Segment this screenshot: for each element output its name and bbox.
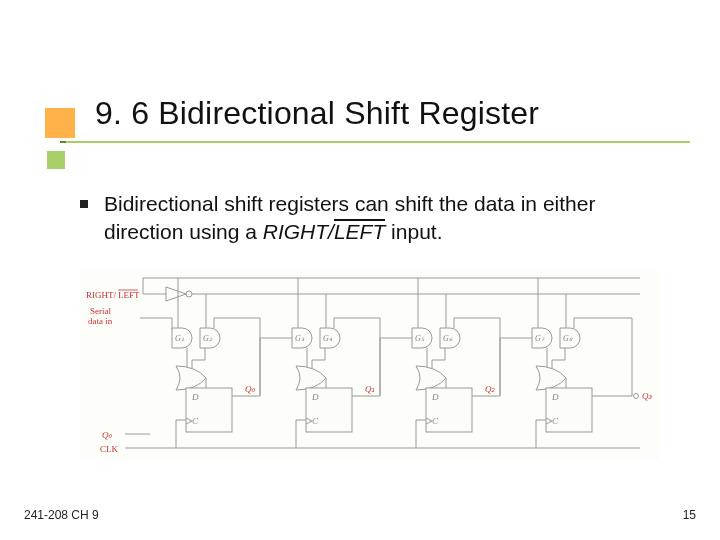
svg-point-6 bbox=[634, 394, 639, 399]
decor-square-orange bbox=[45, 108, 75, 138]
gate-g5: G₅ bbox=[415, 334, 425, 343]
signal-left-overline: LEFT bbox=[334, 220, 385, 243]
label-right: RIGHT/ bbox=[86, 290, 116, 300]
stage-1: G₁ G₂ D C Q₀ bbox=[172, 278, 260, 448]
title-underline-accent bbox=[60, 141, 66, 143]
gate-g2: G₂ bbox=[203, 334, 213, 343]
gate-g6: G₆ bbox=[443, 334, 453, 343]
gate-g4: G₄ bbox=[323, 334, 333, 343]
bullet-item: Bidirectional shift registers can shift … bbox=[80, 190, 660, 247]
signal-right: RIGHT/ bbox=[263, 220, 334, 243]
circuit-svg: RIGHT/ LEFT Serial data in Q₀ CLK G₁ G₂ bbox=[80, 270, 660, 460]
gate-g3: G₃ bbox=[295, 334, 305, 343]
footer-course: 241-208 CH 9 bbox=[24, 508, 99, 522]
out-q1: Q₁ bbox=[365, 384, 376, 394]
label-left: LEFT bbox=[118, 290, 140, 300]
title-area: 9. 6 Bidirectional Shift Register bbox=[45, 95, 680, 132]
ff1-d: D bbox=[191, 392, 199, 402]
footer-page-number: 15 bbox=[683, 508, 696, 522]
ff3-d: D bbox=[431, 392, 439, 402]
gate-g8: G₈ bbox=[563, 334, 573, 343]
out-q3: Q₃ bbox=[642, 391, 653, 401]
svg-point-1 bbox=[186, 291, 192, 297]
out-q2: Q₂ bbox=[485, 384, 496, 394]
label-serial-1: Serial bbox=[90, 306, 111, 316]
ff4-d: D bbox=[551, 392, 559, 402]
gate-g1: G₁ bbox=[175, 334, 184, 343]
stage-4: G₇ G₈ D C Q₃ bbox=[500, 278, 653, 448]
stage-3: G₅ G₆ D C Q₂ bbox=[380, 278, 500, 448]
label-serial-2: data in bbox=[88, 316, 113, 326]
slide-title: 9. 6 Bidirectional Shift Register bbox=[95, 95, 680, 132]
label-clk: CLK bbox=[100, 444, 119, 454]
bullet-suffix: input. bbox=[385, 220, 442, 243]
label-q0-bottom: Q₀ bbox=[102, 430, 113, 440]
gate-g7: G₇ bbox=[535, 334, 545, 343]
circuit-diagram: RIGHT/ LEFT Serial data in Q₀ CLK G₁ G₂ bbox=[80, 270, 660, 460]
title-underline bbox=[60, 141, 690, 143]
decor-square-green bbox=[47, 151, 65, 169]
ff2-d: D bbox=[311, 392, 319, 402]
out-q0: Q₀ bbox=[245, 384, 256, 394]
body-area: Bidirectional shift registers can shift … bbox=[80, 190, 660, 247]
bullet-marker bbox=[80, 200, 88, 208]
stage-2: G₃ G₄ D C Q₁ bbox=[260, 278, 380, 448]
bullet-text: Bidirectional shift registers can shift … bbox=[104, 190, 660, 247]
